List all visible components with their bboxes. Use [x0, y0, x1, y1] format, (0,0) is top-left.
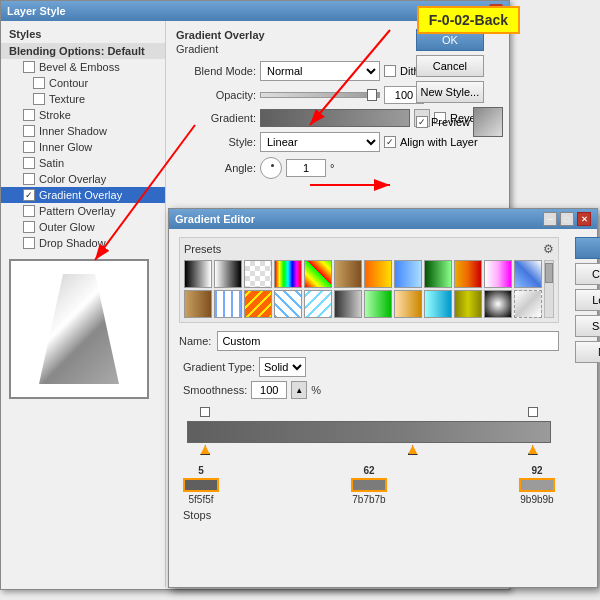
- preview-label: Preview: [431, 116, 470, 128]
- opacity-slider[interactable]: [260, 92, 380, 98]
- texture-checkbox[interactable]: [33, 93, 45, 105]
- preset-swatch-23[interactable]: [484, 290, 512, 318]
- angle-dial[interactable]: [260, 157, 282, 179]
- preset-swatch-5[interactable]: [304, 260, 332, 288]
- preset-swatch-11[interactable]: [484, 260, 512, 288]
- ge-minimize-button[interactable]: ─: [543, 212, 557, 226]
- inner-shadow-checkbox[interactable]: [23, 125, 35, 137]
- sidebar-item-inner-shadow[interactable]: Inner Shadow: [1, 123, 165, 139]
- preset-swatch-15[interactable]: [244, 290, 272, 318]
- preset-swatch-13[interactable]: [184, 290, 212, 318]
- angle-degree: °: [330, 162, 334, 174]
- new-style-button[interactable]: New Style...: [416, 81, 484, 103]
- gradient-main-bar[interactable]: [187, 421, 551, 443]
- dither-checkbox[interactable]: [384, 65, 396, 77]
- stop-swatch-2[interactable]: [351, 478, 387, 492]
- sidebar-label-inner-shadow: Inner Shadow: [39, 125, 107, 137]
- inner-glow-checkbox[interactable]: [23, 141, 35, 153]
- preset-swatch-12[interactable]: [514, 260, 542, 288]
- preset-swatch-14[interactable]: [214, 290, 242, 318]
- preset-swatch-10[interactable]: [454, 260, 482, 288]
- ge-cancel-button[interactable]: Cancel: [575, 263, 600, 285]
- sidebar-label-drop-shadow: Drop Shadow: [39, 237, 106, 249]
- preset-swatch-2[interactable]: [214, 260, 242, 288]
- top-stops-row: [187, 407, 551, 419]
- bottom-stop-3[interactable]: [528, 445, 538, 455]
- ge-new-button[interactable]: New: [575, 341, 600, 363]
- ge-close-button[interactable]: ✕: [577, 212, 591, 226]
- ge-ok-button[interactable]: OK: [575, 237, 600, 259]
- stop-position-1: 5: [198, 465, 204, 476]
- bottom-stop-1[interactable]: [200, 445, 210, 455]
- bevel-emboss-checkbox[interactable]: [23, 61, 35, 73]
- sidebar-item-drop-shadow[interactable]: Drop Shadow: [1, 235, 165, 251]
- sidebar-label-texture: Texture: [49, 93, 85, 105]
- color-overlay-checkbox[interactable]: [23, 173, 35, 185]
- align-with-layer-label: Align with Layer: [400, 136, 478, 148]
- contour-checkbox[interactable]: [33, 77, 45, 89]
- sidebar-item-stroke[interactable]: Stroke: [1, 107, 165, 123]
- bottom-stop-2[interactable]: [408, 445, 418, 455]
- sidebar-blending-label[interactable]: Blending Options: Default: [1, 43, 165, 59]
- pattern-overlay-checkbox[interactable]: [23, 205, 35, 217]
- opacity-thumb[interactable]: [367, 89, 377, 101]
- preset-swatch-20[interactable]: [394, 290, 422, 318]
- sidebar-item-gradient-overlay[interactable]: Gradient Overlay: [1, 187, 165, 203]
- cancel-button[interactable]: Cancel: [416, 55, 484, 77]
- stop-swatch-1[interactable]: [183, 478, 219, 492]
- angle-dial-dot: [271, 164, 274, 167]
- top-stop-2[interactable]: [528, 407, 538, 417]
- preset-swatch-16[interactable]: [274, 290, 302, 318]
- preset-swatch-17[interactable]: [304, 290, 332, 318]
- presets-scrollbar[interactable]: [544, 260, 554, 318]
- ge-maximize-button[interactable]: □: [560, 212, 574, 226]
- sidebar-item-bevel-emboss[interactable]: Bevel & Emboss: [1, 59, 165, 75]
- gear-icon[interactable]: ⚙: [543, 242, 554, 256]
- ge-load-button[interactable]: Load...: [575, 289, 600, 311]
- presets-inner: [184, 260, 554, 318]
- preset-swatch-7[interactable]: [364, 260, 392, 288]
- scroll-thumb[interactable]: [545, 263, 553, 283]
- angle-input[interactable]: [286, 159, 326, 177]
- ge-save-button[interactable]: Save...: [575, 315, 600, 337]
- gradient-overlay-checkbox[interactable]: [23, 189, 35, 201]
- preset-swatch-6[interactable]: [334, 260, 362, 288]
- outer-glow-checkbox[interactable]: [23, 221, 35, 233]
- ge-name-input[interactable]: [217, 331, 559, 351]
- gradient-type-row: Gradient Type: Solid: [179, 357, 559, 377]
- style-select[interactable]: Linear: [260, 132, 380, 152]
- preset-swatch-9[interactable]: [424, 260, 452, 288]
- top-stop-1[interactable]: [200, 407, 210, 417]
- preset-swatch-8[interactable]: [394, 260, 422, 288]
- preset-swatch-4[interactable]: [274, 260, 302, 288]
- preset-swatch-21[interactable]: [424, 290, 452, 318]
- gradient-label: Gradient:: [176, 112, 256, 124]
- preset-swatch-24[interactable]: [514, 290, 542, 318]
- smoothness-stepper[interactable]: ▲: [291, 381, 307, 399]
- smoothness-input[interactable]: [251, 381, 287, 399]
- smoothness-unit: %: [311, 384, 321, 396]
- sidebar-item-texture[interactable]: Texture: [1, 91, 165, 107]
- sidebar-item-color-overlay[interactable]: Color Overlay: [1, 171, 165, 187]
- smoothness-label: Smoothness:: [183, 384, 247, 396]
- gradient-type-select[interactable]: Solid: [259, 357, 306, 377]
- stop-swatch-3[interactable]: [519, 478, 555, 492]
- preset-swatch-19[interactable]: [364, 290, 392, 318]
- ge-name-row: Name:: [179, 331, 559, 351]
- sidebar-item-pattern-overlay[interactable]: Pattern Overlay: [1, 203, 165, 219]
- preset-swatch-1[interactable]: [184, 260, 212, 288]
- align-with-layer-checkbox[interactable]: [384, 136, 396, 148]
- drop-shadow-checkbox[interactable]: [23, 237, 35, 249]
- gradient-preview-bar[interactable]: [260, 109, 410, 127]
- preset-swatch-3[interactable]: [244, 260, 272, 288]
- satin-checkbox[interactable]: [23, 157, 35, 169]
- preview-checkbox[interactable]: [416, 116, 428, 128]
- preset-swatch-18[interactable]: [334, 290, 362, 318]
- preset-swatch-22[interactable]: [454, 290, 482, 318]
- sidebar-item-outer-glow[interactable]: Outer Glow: [1, 219, 165, 235]
- stroke-checkbox[interactable]: [23, 109, 35, 121]
- sidebar-item-contour[interactable]: Contour: [1, 75, 165, 91]
- sidebar-item-inner-glow[interactable]: Inner Glow: [1, 139, 165, 155]
- sidebar-item-satin[interactable]: Satin: [1, 155, 165, 171]
- blend-mode-select[interactable]: Normal: [260, 61, 380, 81]
